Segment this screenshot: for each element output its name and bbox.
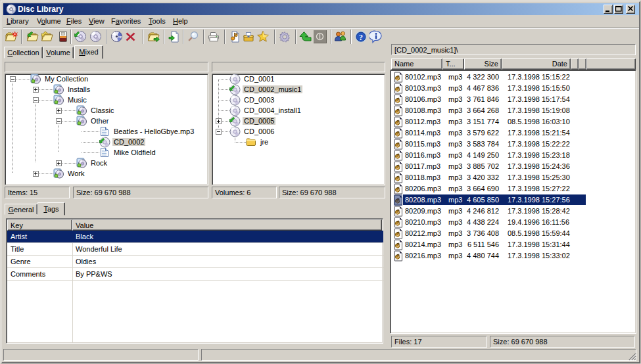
svg-text:?: ? (359, 33, 363, 42)
